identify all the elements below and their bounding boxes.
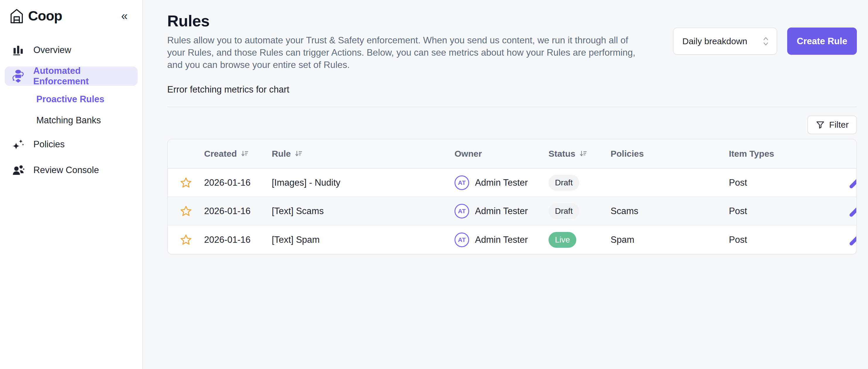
chevron-up-down-icon xyxy=(763,36,769,47)
cell-item-types: Post xyxy=(729,235,836,245)
cell-item-types: Post xyxy=(729,178,836,188)
column-header-item-types: Item Types xyxy=(729,149,836,159)
coop-house-logo-icon xyxy=(9,8,25,24)
favorite-star-icon[interactable] xyxy=(168,234,204,246)
cell-owner: AT Admin Tester xyxy=(455,233,549,247)
column-label: Rule xyxy=(272,149,291,159)
table-row[interactable]: 2026-01-16 [Text] Scams AT Admin Tester … xyxy=(168,197,856,225)
chart-error-message: Error fetching metrics for chart xyxy=(167,84,857,95)
sidebar-item-label: Review Console xyxy=(33,165,99,176)
sidebar-item-label: Overview xyxy=(33,45,71,55)
column-label: Status xyxy=(549,149,576,159)
owner-name: Admin Tester xyxy=(475,178,528,188)
edit-pencil-icon[interactable] xyxy=(849,233,857,247)
column-header-policies: Policies xyxy=(611,149,729,159)
logo-row: Coop « xyxy=(0,0,142,24)
favorite-star-icon[interactable] xyxy=(168,205,204,217)
people-icon xyxy=(10,164,26,177)
favorite-star-icon[interactable] xyxy=(168,177,204,189)
edit-pencil-icon[interactable] xyxy=(849,205,857,218)
flowchart-icon xyxy=(10,69,26,83)
cell-edit xyxy=(836,197,856,225)
column-label: Created xyxy=(204,149,237,159)
cell-created: 2026-01-16 xyxy=(204,178,272,188)
owner-avatar: AT xyxy=(455,204,469,218)
section-divider xyxy=(167,106,857,107)
sort-icon[interactable] xyxy=(579,150,587,158)
sidebar: Coop « Overview xyxy=(0,0,143,369)
cell-rule-name: [Text] Spam xyxy=(272,235,455,245)
sidebar-subitem-proactive-rules[interactable]: Proactive Rules xyxy=(0,91,142,107)
filter-row: Filter xyxy=(167,115,857,134)
rules-table: Created Rule Owner xyxy=(167,139,857,254)
sidebar-nav: Overview Automat xyxy=(0,41,142,179)
status-badge: Live xyxy=(549,232,576,248)
owner-name: Admin Tester xyxy=(475,235,528,245)
cell-owner: AT Admin Tester xyxy=(455,176,549,190)
column-header-owner: Owner xyxy=(455,149,549,159)
cell-policies: Scams xyxy=(611,206,729,216)
cell-item-types: Post xyxy=(729,206,836,216)
owner-avatar: AT xyxy=(455,233,469,247)
main-content: Rules Rules allow you to automate your T… xyxy=(143,0,868,369)
owner-avatar: AT xyxy=(455,176,469,190)
sort-icon[interactable] xyxy=(294,150,303,158)
column-label: Policies xyxy=(611,149,644,159)
edit-pencil-icon[interactable] xyxy=(849,176,857,189)
sidebar-item-label: Automated Enforcement xyxy=(33,66,138,87)
app-logo-text: Coop xyxy=(28,8,62,24)
column-header-rule[interactable]: Rule xyxy=(272,149,455,159)
bar-chart-icon xyxy=(10,44,26,56)
sidebar-collapse-icon[interactable]: « xyxy=(121,10,128,22)
cell-status: Live xyxy=(549,232,611,248)
sidebar-item-automated-enforcement[interactable]: Automated Enforcement xyxy=(5,66,137,86)
cell-rule-name: [Text] Scams xyxy=(272,206,455,216)
column-label: Owner xyxy=(455,149,482,159)
sparkles-icon xyxy=(10,138,26,151)
sidebar-subitem-label: Matching Banks xyxy=(36,115,101,126)
sidebar-item-review-console[interactable]: Review Console xyxy=(0,161,142,179)
status-badge: Draft xyxy=(549,203,579,219)
column-header-created[interactable]: Created xyxy=(204,149,272,159)
owner-name: Admin Tester xyxy=(475,206,528,216)
sidebar-item-label: Policies xyxy=(33,139,65,150)
filter-button[interactable]: Filter xyxy=(807,115,857,134)
cell-policies: Spam xyxy=(611,235,729,245)
filter-button-label: Filter xyxy=(829,120,849,130)
cell-status: Draft xyxy=(549,175,611,191)
page-description: Rules allow you to automate your Trust &… xyxy=(167,34,648,71)
header-controls: Daily breakdown Create Rule xyxy=(673,28,857,55)
cell-status: Draft xyxy=(549,203,611,219)
page-header: Rules Rules allow you to automate your T… xyxy=(167,12,857,71)
breakdown-select-value: Daily breakdown xyxy=(682,36,747,46)
table-header-row: Created Rule Owner xyxy=(168,140,856,169)
cell-owner: AT Admin Tester xyxy=(455,204,549,218)
cell-rule-name: [Images] - Nudity xyxy=(272,178,455,188)
sidebar-item-policies[interactable]: Policies xyxy=(0,135,142,153)
sidebar-subitem-matching-banks[interactable]: Matching Banks xyxy=(0,112,142,129)
cell-edit xyxy=(836,225,856,254)
table-row[interactable]: 2026-01-16 [Text] Spam AT Admin Tester L… xyxy=(168,225,856,254)
sort-icon[interactable] xyxy=(241,150,249,158)
page-title: Rules xyxy=(167,12,648,30)
cell-created: 2026-01-16 xyxy=(204,206,272,216)
column-header-status[interactable]: Status xyxy=(549,149,611,159)
page-header-text: Rules Rules allow you to automate your T… xyxy=(167,12,648,71)
status-badge: Draft xyxy=(549,175,579,191)
create-rule-button[interactable]: Create Rule xyxy=(787,28,857,55)
breakdown-select[interactable]: Daily breakdown xyxy=(673,28,777,55)
table-row[interactable]: 2026-01-16 [Images] - Nudity AT Admin Te… xyxy=(168,169,856,197)
funnel-icon xyxy=(815,120,825,129)
sidebar-subitem-label: Proactive Rules xyxy=(36,94,104,104)
column-label: Item Types xyxy=(729,149,774,159)
cell-created: 2026-01-16 xyxy=(204,235,272,245)
cell-edit xyxy=(836,169,856,196)
sidebar-item-overview[interactable]: Overview xyxy=(0,41,142,59)
